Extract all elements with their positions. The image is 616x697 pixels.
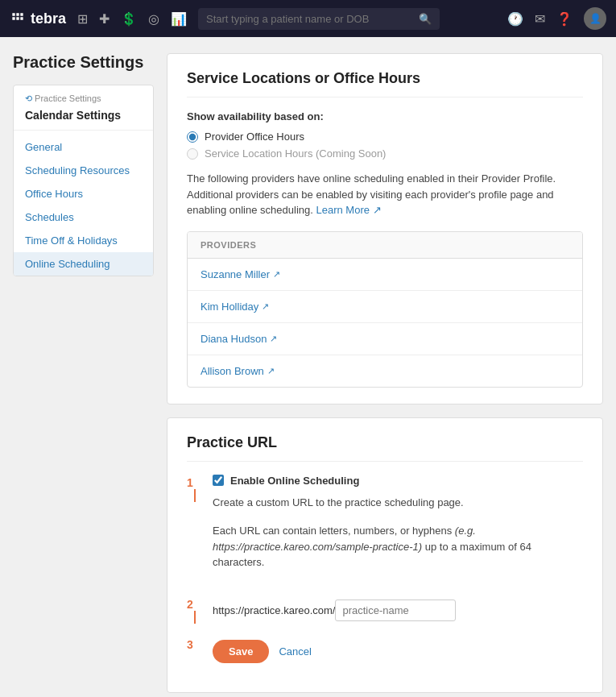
step-3-number: 3 (187, 638, 203, 651)
plus-icon[interactable]: ✚ (99, 11, 110, 27)
url-input[interactable] (335, 600, 456, 621)
providers-table: PROVIDERS Suzanne Miller ↗ Kim Holliday … (187, 231, 583, 388)
enable-scheduling-checkbox[interactable] (213, 475, 224, 486)
logo-text: tebra (31, 10, 66, 27)
step-3-row: 3 Save Cancel (187, 637, 583, 663)
sidebar-divider (14, 130, 153, 131)
step-1-row: 1 Enable Online Scheduling Create a cust… (187, 475, 583, 583)
history-icon[interactable]: 🕐 (507, 11, 523, 27)
page-container: Practice Settings ⟲ Practice Settings Ca… (0, 37, 616, 697)
provider-row: Diana Hudson ↗ (188, 323, 582, 355)
sidebar-item-general[interactable]: General (14, 135, 153, 159)
step-1-content: Enable Online Scheduling Create a custom… (213, 475, 583, 583)
radio-service-label: Service Location Hours (Coming Soon) (205, 147, 386, 160)
step-3-content: Save Cancel (213, 637, 583, 663)
action-row: Save Cancel (213, 640, 583, 663)
dollar-icon[interactable]: 💲 (121, 11, 137, 27)
mail-icon[interactable]: ✉ (535, 11, 545, 27)
ext-link-icon-4: ↗ (267, 366, 275, 376)
step1-desc1: Create a custom URL to the practice sche… (213, 495, 583, 511)
step-2-row: 2 https://practice.kareo.com/ (187, 596, 583, 624)
description-text: The following providers have online sche… (187, 171, 583, 218)
sidebar-section-title: Calendar Settings (14, 107, 153, 130)
providers-header: PROVIDERS (188, 232, 582, 259)
nav-right-actions: 🕐 ✉ ❓ 👤 (507, 7, 606, 30)
provider-row: Kim Holliday ↗ (188, 291, 582, 323)
avatar[interactable]: 👤 (584, 7, 606, 30)
main-content: Service Locations or Office Hours Show a… (167, 53, 603, 693)
chart-icon[interactable]: 📊 (171, 11, 187, 27)
provider-row: Allison Brown ↗ (188, 355, 582, 387)
radio-service-location-hours[interactable]: Service Location Hours (Coming Soon) (187, 147, 583, 160)
save-button[interactable]: Save (213, 640, 269, 663)
practice-url-card: Practice URL 1 Enable Online Scheduling … (167, 417, 603, 693)
ext-link-icon-3: ↗ (270, 334, 277, 344)
url-prefix: https://practice.kareo.com/ (213, 604, 335, 616)
top-navigation: tebra ⊞ ✚ 💲 ◎ 📊 🔍 🕐 ✉ ❓ 👤 (0, 0, 616, 37)
help-icon[interactable]: ❓ (556, 11, 573, 27)
radio-provider-label: Provider Office Hours (205, 131, 304, 143)
logo-icon (10, 10, 26, 27)
ext-link-icon-1: ↗ (273, 269, 280, 280)
provider-row: Suzanne Miller ↗ (188, 259, 582, 291)
search-bar[interactable]: 🔍 (198, 8, 440, 30)
app-logo[interactable]: tebra (10, 10, 66, 27)
location-icon[interactable]: ◎ (148, 11, 159, 27)
provider-diana-hudson[interactable]: Diana Hudson ↗ (201, 333, 277, 345)
search-input[interactable] (206, 13, 414, 25)
page-title: Practice Settings (13, 53, 154, 72)
grid-icon[interactable]: ⊞ (77, 11, 88, 27)
step1-desc2: Each URL can contain letters, numbers, o… (213, 523, 583, 570)
practice-url-title: Practice URL (187, 434, 583, 462)
radio-provider-input[interactable] (187, 131, 198, 143)
show-availability-label: Show availability based on: (187, 110, 583, 122)
url-row: https://practice.kareo.com/ (213, 600, 583, 621)
radio-service-input[interactable] (187, 148, 198, 160)
provider-allison-brown[interactable]: Allison Brown ↗ (201, 365, 275, 377)
step-line-1 (194, 489, 196, 502)
cancel-button[interactable]: Cancel (279, 645, 311, 658)
sidebar-item-online-scheduling[interactable]: Online Scheduling (14, 252, 153, 276)
sidebar-breadcrumb: ⟲ Practice Settings (14, 85, 153, 107)
provider-kim-holliday[interactable]: Kim Holliday ↗ (201, 301, 269, 313)
service-locations-title: Service Locations or Office Hours (187, 70, 583, 97)
service-locations-card: Service Locations or Office Hours Show a… (167, 53, 603, 405)
sidebar-item-scheduling-resources[interactable]: Scheduling Resources (14, 159, 153, 182)
sidebar-item-time-off[interactable]: Time Off & Holidays (14, 229, 153, 252)
ext-link-icon-2: ↗ (262, 301, 269, 312)
search-icon: 🔍 (419, 13, 432, 25)
sidebar: Practice Settings ⟲ Practice Settings Ca… (13, 53, 154, 693)
step-line-2 (194, 611, 196, 624)
enable-scheduling-label[interactable]: Enable Online Scheduling (213, 475, 583, 487)
sidebar-item-schedules[interactable]: Schedules (14, 205, 153, 229)
sidebar-panel: ⟲ Practice Settings Calendar Settings Ge… (13, 85, 154, 276)
step-1-number: 1 (187, 476, 203, 489)
step-2-number: 2 (187, 598, 203, 611)
sidebar-item-office-hours[interactable]: Office Hours (14, 182, 153, 205)
radio-provider-office-hours[interactable]: Provider Office Hours (187, 131, 583, 143)
provider-suzanne-miller[interactable]: Suzanne Miller ↗ (201, 268, 280, 280)
availability-radio-group: Provider Office Hours Service Location H… (187, 131, 583, 160)
step-2-content: https://practice.kareo.com/ (213, 596, 583, 621)
learn-more-link[interactable]: Learn More ↗ (316, 204, 381, 216)
